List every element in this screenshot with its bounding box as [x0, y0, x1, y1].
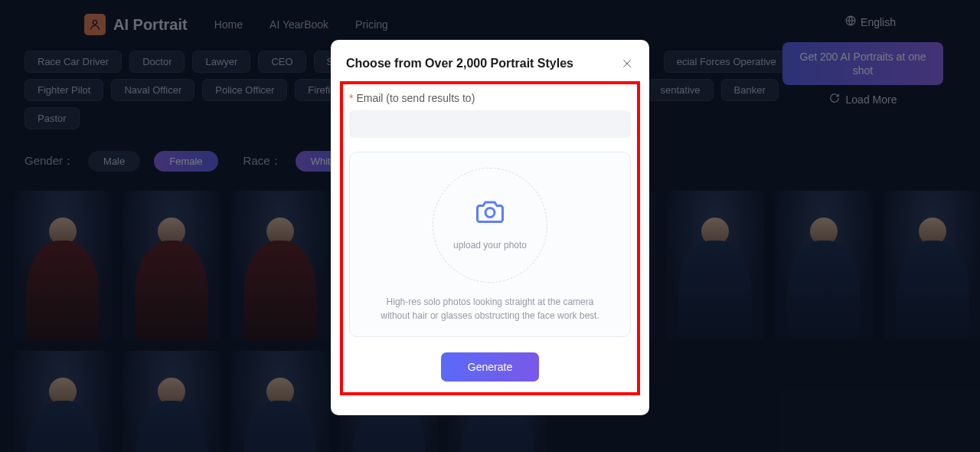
upload-modal: Choose from Over 2,000 Portrait Styles *…	[331, 40, 649, 415]
email-label: *Email (to send results to)	[349, 92, 631, 104]
highlighted-section: *Email (to send results to) upload your …	[340, 81, 640, 395]
upload-box: upload your photo High-res solo photos l…	[349, 152, 631, 337]
modal-title: Choose from Over 2,000 Portrait Styles	[346, 57, 573, 70]
upload-hint: High-res solo photos looking straight at…	[365, 295, 615, 323]
upload-text: upload your photo	[453, 240, 527, 251]
svg-point-2	[485, 208, 495, 218]
email-field[interactable]	[349, 110, 631, 138]
close-icon[interactable]	[620, 57, 634, 70]
upload-dropzone[interactable]: upload your photo	[433, 168, 547, 283]
generate-button[interactable]: Generate	[441, 352, 539, 382]
camera-icon	[476, 200, 504, 226]
